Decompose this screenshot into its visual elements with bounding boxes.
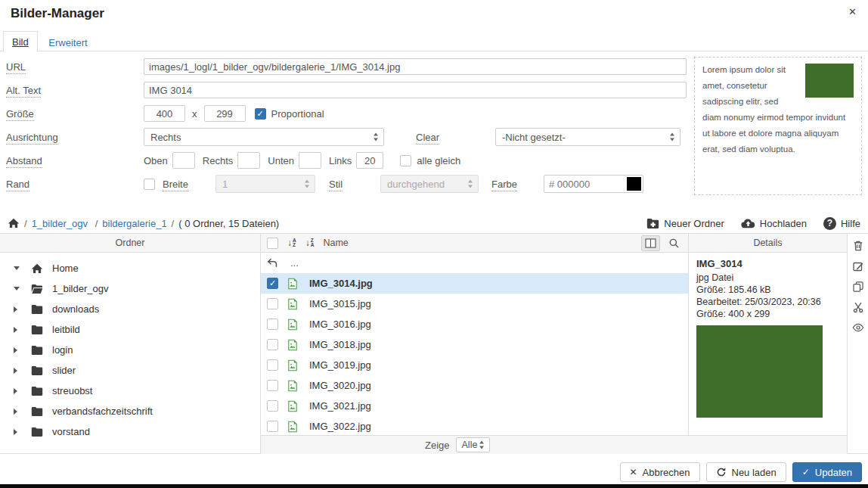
breadcrumb-bar: /1_bilder_ogv /bildergalerie_1 / ( 0 Ord… — [0, 213, 868, 234]
upload-button[interactable]: Hochladen — [741, 218, 807, 229]
image-file-icon — [287, 339, 299, 351]
name-column-header[interactable]: Name — [323, 238, 348, 248]
caret-icon[interactable] — [14, 266, 23, 270]
folder-tree-item[interactable]: login — [0, 340, 260, 360]
caret-icon[interactable] — [14, 287, 23, 291]
clear-select[interactable]: -Nicht gesetzt- — [495, 128, 680, 146]
image-form: URL Alt. Text Größe x Proportional Ausri… — [0, 52, 692, 193]
parent-folder-label: ... — [290, 257, 299, 269]
file-row[interactable]: IMG_3019.jpg — [261, 355, 688, 375]
margin-left-input[interactable] — [356, 152, 383, 169]
select-stepper-icon — [305, 180, 310, 188]
sort-alpha-desc-icon[interactable]: ↓ZA — [305, 238, 315, 248]
detail-file-size: Größe: 185.46 kB — [696, 284, 839, 296]
margin-bottom-label: Unten — [268, 155, 294, 166]
folder-file-counts: ( 0 Ordner, 15 Dateien) — [178, 218, 279, 229]
border-width-select[interactable]: 1 — [215, 175, 315, 193]
file-name: IMG_3021.jpg — [309, 400, 371, 412]
file-rows: ... IMG_3014.jpg — [261, 253, 688, 435]
delete-icon[interactable] — [852, 240, 864, 252]
folder-tree-item[interactable]: slider — [0, 360, 260, 381]
align-select[interactable]: Rechts — [144, 128, 384, 146]
bottom-bar — [0, 484, 868, 488]
border-color-field[interactable] — [544, 175, 643, 193]
file-checkbox[interactable] — [267, 319, 278, 330]
breadcrumb-link[interactable]: 1_bilder_ogv — [32, 218, 88, 229]
file-row[interactable]: IMG_3014.jpg — [261, 273, 688, 294]
zeige-select[interactable]: Alle — [456, 437, 491, 452]
border-color-label: Farbe — [491, 179, 517, 191]
equal-margins-checkbox[interactable] — [400, 155, 411, 166]
image-file-icon — [287, 298, 299, 310]
file-row[interactable]: IMG_3018.jpg — [261, 334, 688, 355]
sort-alpha-asc-icon[interactable]: ↓AZ — [287, 238, 296, 248]
file-checkbox[interactable] — [267, 278, 278, 289]
file-checkbox[interactable] — [267, 298, 278, 309]
folder-name: streuobst — [52, 385, 92, 396]
cut-icon[interactable] — [852, 301, 864, 313]
proportional-checkbox[interactable] — [255, 108, 266, 120]
file-checkbox[interactable] — [267, 359, 278, 371]
margin-bottom-input[interactable] — [299, 152, 321, 169]
preview-box: Lorem ipsum dolor sit amet, consetetur s… — [694, 57, 862, 195]
folder-tree-item[interactable]: downloads — [0, 299, 260, 319]
tab-erweitert[interactable]: Erweitert — [40, 33, 95, 52]
tab-bild[interactable]: Bild — [3, 31, 38, 52]
update-button[interactable]: ✓ Updaten — [792, 462, 862, 482]
folder-tree-item[interactable]: verbandsfachzeitschrift — [0, 401, 260, 421]
alt-text-input[interactable] — [144, 82, 687, 98]
folder-tree-item[interactable]: Home — [0, 258, 260, 278]
file-checkbox[interactable] — [267, 421, 278, 432]
cancel-button[interactable]: ✕ Abbrechen — [620, 462, 700, 482]
preview-eye-icon[interactable] — [852, 322, 864, 334]
caret-icon[interactable] — [14, 388, 23, 394]
folder-name: Home — [52, 263, 79, 274]
folder-icon — [31, 325, 43, 335]
folder-tree-item[interactable]: streuobst — [0, 381, 260, 401]
caret-icon[interactable] — [14, 429, 23, 435]
folder-tree-item[interactable]: leitbild — [0, 319, 260, 340]
layout-toggle-button[interactable] — [641, 235, 660, 251]
border-checkbox[interactable] — [144, 179, 155, 190]
rename-icon[interactable] — [852, 260, 864, 272]
caret-icon[interactable] — [14, 327, 23, 333]
caret-icon[interactable] — [14, 368, 23, 374]
file-row[interactable]: IMG_3021.jpg — [261, 396, 688, 416]
border-style-select[interactable]: durchgehend — [380, 175, 479, 193]
reload-button[interactable]: Neu laden — [706, 462, 786, 482]
color-swatch[interactable] — [627, 177, 641, 191]
caret-icon[interactable] — [14, 347, 23, 353]
size-label: Größe — [6, 108, 34, 121]
margin-right-input[interactable] — [237, 152, 260, 169]
folder-tree-item[interactable]: vorstand — [0, 421, 260, 442]
file-row[interactable]: IMG_3016.jpg — [261, 314, 688, 334]
width-input[interactable] — [144, 105, 185, 122]
caret-icon[interactable] — [14, 306, 23, 312]
zeige-label: Zeige — [425, 440, 450, 451]
file-browser: Ordner Home — [0, 234, 868, 454]
file-checkbox[interactable] — [267, 400, 278, 412]
copy-icon[interactable] — [852, 281, 864, 293]
home-icon[interactable] — [8, 218, 20, 228]
close-icon[interactable]: ✕ — [848, 7, 857, 17]
select-stepper-icon — [468, 180, 473, 188]
height-input[interactable] — [204, 105, 246, 122]
folder-tree-item[interactable]: 1_bilder_ogv — [0, 278, 260, 299]
parent-folder-row[interactable]: ... — [261, 253, 688, 273]
search-icon[interactable] — [668, 238, 680, 249]
breadcrumb-link[interactable]: bildergalerie_1 — [102, 218, 166, 229]
folder-tree: Home 1_bilder_ogv — [0, 253, 260, 442]
new-folder-button[interactable]: Neuer Ordner — [646, 218, 724, 229]
file-checkbox[interactable] — [267, 380, 278, 391]
alt-text-label: Alt. Text — [6, 85, 41, 98]
select-all-checkbox[interactable] — [267, 238, 278, 249]
file-row[interactable]: IMG_3015.jpg — [261, 294, 688, 314]
file-row[interactable]: IMG_3020.jpg — [261, 375, 688, 396]
help-button[interactable]: ? Hilfe — [823, 217, 860, 230]
margin-top-input[interactable] — [172, 152, 195, 169]
caret-icon[interactable] — [14, 409, 23, 415]
file-checkbox[interactable] — [267, 339, 278, 350]
preview-thumbnail-image — [805, 64, 854, 98]
file-row[interactable]: IMG_3022.jpg — [261, 416, 688, 435]
url-input[interactable] — [144, 58, 687, 75]
